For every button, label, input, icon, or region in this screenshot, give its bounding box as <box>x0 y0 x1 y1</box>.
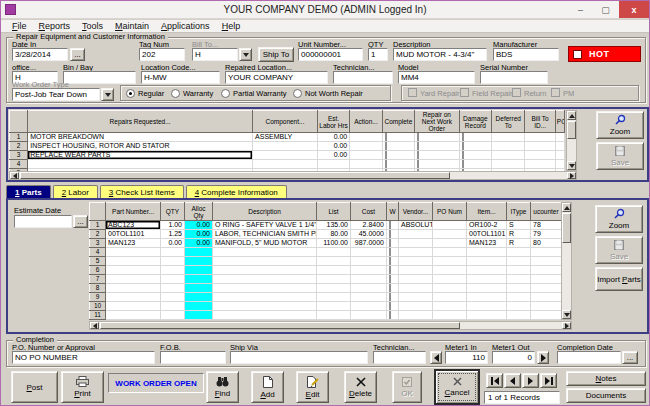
ucounter-cell[interactable]: 78 <box>531 221 562 230</box>
description-cell[interactable] <box>213 311 317 320</box>
ucounter-cell[interactable] <box>531 302 562 311</box>
po-num-cell[interactable] <box>433 284 467 293</box>
cost-cell[interactable] <box>351 275 387 284</box>
list-cell[interactable] <box>317 302 351 311</box>
damage-checkbox[interactable] <box>462 133 464 142</box>
bill-to-dropdown-button[interactable] <box>239 48 252 61</box>
repair-next-checkbox[interactable] <box>417 160 419 169</box>
model-input[interactable]: MM4 <box>398 71 475 84</box>
regular-radio[interactable] <box>126 89 135 98</box>
po-num-cell[interactable] <box>433 248 467 257</box>
bill-to-id-cell[interactable] <box>525 133 555 142</box>
part-number-cell[interactable]: MAN123 <box>106 239 161 248</box>
row-number[interactable]: 4 <box>90 248 106 257</box>
alloc-qty-cell[interactable] <box>185 311 213 320</box>
menu-maintain[interactable]: Maintain <box>109 21 155 31</box>
qty-cell[interactable]: 1.00 <box>161 221 185 230</box>
po-num-cell[interactable] <box>433 293 467 302</box>
bill-to-id-cell[interactable] <box>525 142 555 151</box>
alloc-qty-cell[interactable]: 0.00 <box>185 239 213 248</box>
cost-cell[interactable] <box>351 284 387 293</box>
repair-next-cell[interactable] <box>415 160 460 169</box>
list-cell[interactable] <box>317 248 351 257</box>
po-cell[interactable] <box>555 151 564 160</box>
row-number[interactable]: 2 <box>90 230 106 239</box>
row-number[interactable]: 1 <box>90 221 106 230</box>
edit-button[interactable]: Edit <box>296 371 329 403</box>
parts-vertical-scrollbar[interactable] <box>561 202 572 320</box>
completion-technician-input[interactable] <box>373 351 426 364</box>
bin-bay-input[interactable] <box>63 71 136 84</box>
item-cell[interactable] <box>467 293 507 302</box>
damage-cell[interactable] <box>459 133 491 142</box>
itype-cell[interactable] <box>507 284 531 293</box>
vendor-cell[interactable] <box>399 266 433 275</box>
po-num-cell[interactable] <box>433 302 467 311</box>
item-cell[interactable] <box>467 275 507 284</box>
complete-cell[interactable] <box>382 160 414 169</box>
list-cell[interactable] <box>317 275 351 284</box>
vendor-cell[interactable]: ABSOLUT <box>399 221 433 230</box>
po-num-cell[interactable] <box>433 266 467 275</box>
description-cell[interactable]: MANIFOLD, 5" MUD MOTOR <box>213 239 317 248</box>
part-number-cell[interactable] <box>106 302 161 311</box>
vendor-cell[interactable] <box>399 257 433 266</box>
alloc-qty-cell[interactable] <box>185 266 213 275</box>
w-checkbox[interactable] <box>389 230 391 239</box>
serial-number-input[interactable] <box>480 71 548 84</box>
itype-cell[interactable] <box>507 266 531 275</box>
menu-help[interactable]: Help <box>216 21 247 31</box>
scroll-right-button[interactable] <box>562 322 571 329</box>
w-cell[interactable] <box>387 293 399 302</box>
scroll-left-button[interactable] <box>10 172 19 179</box>
meter-next-button[interactable] <box>537 351 549 364</box>
w-checkbox[interactable] <box>389 221 391 230</box>
partial-warranty-radio[interactable] <box>221 89 230 98</box>
description-cell[interactable]: O RING - SAFETY VALVE 1 1/4" <box>213 221 317 230</box>
repair-next-checkbox[interactable] <box>417 133 419 142</box>
item-cell[interactable] <box>467 311 507 320</box>
notes-button[interactable]: Notes <box>566 371 646 386</box>
cost-cell[interactable] <box>351 311 387 320</box>
repair-next-cell[interactable] <box>415 151 460 160</box>
po-num-cell[interactable] <box>433 239 467 248</box>
damage-cell[interactable] <box>459 151 491 160</box>
row-number[interactable]: 1 <box>10 133 28 142</box>
qty-cell[interactable] <box>161 275 185 284</box>
description-cell[interactable] <box>213 293 317 302</box>
find-button[interactable]: Find <box>206 371 239 403</box>
po-number-input[interactable]: NO PO NUMBER <box>12 351 155 364</box>
itype-cell[interactable] <box>507 302 531 311</box>
list-cell[interactable] <box>317 284 351 293</box>
complete-cell[interactable] <box>382 133 414 142</box>
list-cell[interactable] <box>317 266 351 275</box>
component-cell[interactable]: ASSEMBLY <box>253 133 318 142</box>
w-checkbox[interactable] <box>389 257 391 266</box>
w-cell[interactable] <box>387 302 399 311</box>
item-cell[interactable] <box>467 266 507 275</box>
row-number[interactable]: 2 <box>10 142 28 151</box>
repair-cell[interactable]: MOTOR BREAKDOWN <box>28 133 253 142</box>
repairs-zoom-button[interactable]: Zoom <box>596 111 644 139</box>
action-cell[interactable] <box>350 142 382 151</box>
w-cell[interactable] <box>387 239 399 248</box>
bill-to-id-cell[interactable] <box>525 160 555 169</box>
part-number-cell[interactable] <box>106 311 161 320</box>
bill-to-input[interactable]: H <box>192 48 238 61</box>
meter-prev-button[interactable] <box>430 351 442 364</box>
po-cell[interactable] <box>555 133 564 142</box>
not-worth-repair-radio[interactable] <box>293 89 302 98</box>
vendor-cell[interactable] <box>399 230 433 239</box>
list-cell[interactable]: 135.00 <box>317 221 351 230</box>
first-record-button[interactable] <box>486 373 503 388</box>
action-cell[interactable] <box>350 160 382 169</box>
description-cell[interactable]: LABOR, TECHNICIAN SMITH PER HOUR <box>213 230 317 239</box>
item-cell[interactable]: OR100-2 <box>467 221 507 230</box>
w-cell[interactable] <box>387 257 399 266</box>
delete-button[interactable]: Delete <box>344 371 377 403</box>
menu-file[interactable]: File <box>6 21 33 31</box>
manufacturer-input[interactable]: BDS <box>493 48 559 61</box>
scroll-thumb[interactable] <box>562 213 571 243</box>
vendor-cell[interactable] <box>399 293 433 302</box>
part-number-cell[interactable] <box>106 275 161 284</box>
